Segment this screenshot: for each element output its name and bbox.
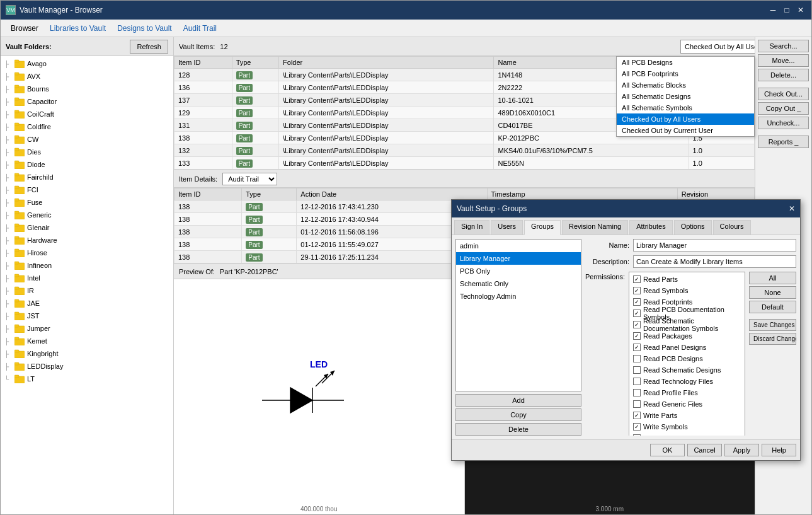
tab-options[interactable]: Options xyxy=(674,220,712,234)
folder-item-fairchild[interactable]: ├ Fairchild xyxy=(2,171,172,183)
table-row[interactable]: 133 Part \Library Content\Parts\LEDDispl… xyxy=(174,157,755,170)
dialog-close-button[interactable]: ✕ xyxy=(789,204,795,213)
perm-read-parts-checkbox[interactable] xyxy=(633,275,641,283)
discard-changes-button[interactable]: Discard Changes xyxy=(749,333,796,345)
perm-read-pcb-designs-checkbox[interactable] xyxy=(633,355,641,362)
tab-sign-in[interactable]: Sign In xyxy=(454,220,489,234)
refresh-button[interactable]: Refresh xyxy=(130,40,168,54)
perm-read-generic-checkbox[interactable] xyxy=(633,400,641,408)
folder-item-fuse[interactable]: ├ Fuse xyxy=(2,196,172,209)
folder-item-hardware[interactable]: ├ Hardware xyxy=(2,234,172,246)
folder-icon xyxy=(14,72,25,81)
group-admin[interactable]: admin xyxy=(456,240,581,252)
folder-item-lt[interactable]: └ LT xyxy=(2,373,172,385)
filter-option-checked-out-current[interactable]: Checked Out by Current User xyxy=(617,125,754,136)
schematic-preview: LED xyxy=(174,279,465,514)
delete-button[interactable]: Delete... xyxy=(758,69,809,81)
add-group-button[interactable]: Add xyxy=(455,394,581,407)
tab-groups[interactable]: Groups xyxy=(524,220,561,235)
folder-item-infineon[interactable]: ├ Infineon xyxy=(2,259,172,272)
folder-item-leddisplay[interactable]: ├ LEDDisplay xyxy=(2,360,172,373)
perm-read-profile-checkbox[interactable] xyxy=(633,389,641,396)
folder-item-generic[interactable]: ├ Generic xyxy=(2,209,172,221)
filter-option-all-schematic-blocks[interactable]: All Schematic Blocks xyxy=(617,79,754,91)
folder-item-dies[interactable]: ├ Dies xyxy=(2,146,172,158)
perm-read-packages-checkbox[interactable] xyxy=(633,332,641,340)
tab-attributes[interactable]: Attributes xyxy=(629,220,672,234)
folder-item-cw[interactable]: ├ CW xyxy=(2,133,172,146)
folder-tree[interactable]: ├ Avago ├ AVX ├ Bourns ├ Capacit xyxy=(1,56,173,514)
perm-read-sch-designs-checkbox[interactable] xyxy=(633,366,641,374)
vault-setup-dialog[interactable]: Vault Setup - Groups ✕ Sign In Users Gro… xyxy=(451,199,801,461)
tab-revision-naming[interactable]: Revision Naming xyxy=(562,220,628,234)
folder-item-ir[interactable]: ├ IR xyxy=(2,284,172,297)
perm-write-footprints-checkbox[interactable] xyxy=(633,434,641,436)
cell-id: 137 xyxy=(174,94,232,107)
copy-out-button[interactable]: Copy Out _ xyxy=(758,102,809,115)
maximize-button[interactable]: □ xyxy=(781,4,792,16)
groups-list[interactable]: admin Library Manager PCB Only Schematic… xyxy=(455,239,581,391)
menu-audit-trail[interactable]: Audit Trail xyxy=(178,22,222,35)
table-row[interactable]: 132 Part \Library Content\Parts\LEDDispl… xyxy=(174,144,755,157)
folder-icon xyxy=(14,185,25,194)
default-button[interactable]: Default xyxy=(749,301,796,313)
perm-read-panel-checkbox[interactable] xyxy=(633,344,641,351)
move-button[interactable]: Move... xyxy=(758,54,809,67)
folder-item-fci[interactable]: ├ FCI xyxy=(2,183,172,196)
folder-item-intel[interactable]: ├ Intel xyxy=(2,272,172,284)
menu-designs-to-vault[interactable]: Designs to Vault xyxy=(112,22,177,35)
perm-write-symbols-checkbox[interactable] xyxy=(633,423,641,431)
folder-item-bourns[interactable]: ├ Bourns xyxy=(2,83,172,95)
name-input[interactable] xyxy=(633,239,796,252)
none-button[interactable]: None xyxy=(749,286,796,299)
folder-item-glenair[interactable]: ├ Glenair xyxy=(2,221,172,234)
folder-item-jumper[interactable]: ├ Jumper xyxy=(2,322,172,335)
folder-item-kemet[interactable]: ├ Kemet xyxy=(2,335,172,347)
folder-item-avx[interactable]: ├ AVX xyxy=(2,70,172,83)
perm-read-footprints-checkbox[interactable] xyxy=(633,298,641,306)
tab-users[interactable]: Users xyxy=(491,220,523,234)
filter-option-all-schematic-symbols[interactable]: All Schematic Symbols xyxy=(617,102,754,113)
perm-read-symbols-checkbox[interactable] xyxy=(633,287,641,294)
tab-colours[interactable]: Colours xyxy=(713,220,751,234)
ok-button[interactable]: OK xyxy=(650,444,685,456)
save-changes-button[interactable]: Save Changes xyxy=(749,319,796,331)
menu-libraries-to-vault[interactable]: Libraries to Vault xyxy=(45,22,111,35)
copy-group-button[interactable]: Copy xyxy=(455,408,581,421)
group-technology-admin[interactable]: Technology Admin xyxy=(456,290,581,303)
check-out-button[interactable]: Check Out... xyxy=(758,88,809,100)
perm-read-pcb-doc-checkbox[interactable] xyxy=(633,310,641,317)
filter-option-all-pcb-footprints[interactable]: All PCB Footprints xyxy=(617,68,754,79)
delete-group-button[interactable]: Delete xyxy=(455,423,581,436)
close-button[interactable]: ✕ xyxy=(795,4,806,16)
minimize-button[interactable]: ─ xyxy=(767,4,779,16)
perm-write-parts-checkbox[interactable] xyxy=(633,412,641,419)
description-input[interactable] xyxy=(633,255,796,268)
perm-read-sch-doc-checkbox[interactable] xyxy=(633,321,641,328)
all-button[interactable]: All xyxy=(749,272,796,284)
search-button[interactable]: Search... xyxy=(758,40,809,52)
group-schematic-only[interactable]: Schematic Only xyxy=(456,277,581,290)
uncheck-button[interactable]: Uncheck... xyxy=(758,117,809,129)
details-dropdown[interactable]: Audit Trail Properties References xyxy=(222,173,277,185)
reports-button[interactable]: Reports _ xyxy=(758,136,809,148)
filter-option-all-schematic-designs[interactable]: All Schematic Designs xyxy=(617,91,754,102)
group-library-manager[interactable]: Library Manager xyxy=(456,252,581,265)
folder-item-capacitor[interactable]: ├ Capacitor xyxy=(2,95,172,108)
filter-option-all-pcb-designs[interactable]: All PCB Designs xyxy=(617,57,754,68)
folder-item-jst[interactable]: ├ JST xyxy=(2,310,172,322)
perm-read-tech-checkbox[interactable] xyxy=(633,378,641,385)
folder-item-jae[interactable]: ├ JAE xyxy=(2,297,172,310)
folder-item-coilcraft[interactable]: ├ CoilCraft xyxy=(2,108,172,120)
apply-button[interactable]: Apply xyxy=(724,444,759,456)
folder-item-avago[interactable]: ├ Avago xyxy=(2,57,172,70)
folder-item-hirose[interactable]: ├ Hirose xyxy=(2,246,172,259)
cancel-button[interactable]: Cancel xyxy=(687,444,722,456)
folder-item-diode[interactable]: ├ Diode xyxy=(2,158,172,171)
menu-browser[interactable]: Browser xyxy=(6,22,43,35)
help-button[interactable]: Help xyxy=(762,444,796,456)
group-pcb-only[interactable]: PCB Only xyxy=(456,265,581,277)
filter-option-checked-out-all[interactable]: Checked Out by All Users xyxy=(617,113,754,125)
folder-item-kingbright[interactable]: ├ Kingbright xyxy=(2,347,172,360)
folder-item-coldfire[interactable]: ├ Coldfire xyxy=(2,120,172,133)
